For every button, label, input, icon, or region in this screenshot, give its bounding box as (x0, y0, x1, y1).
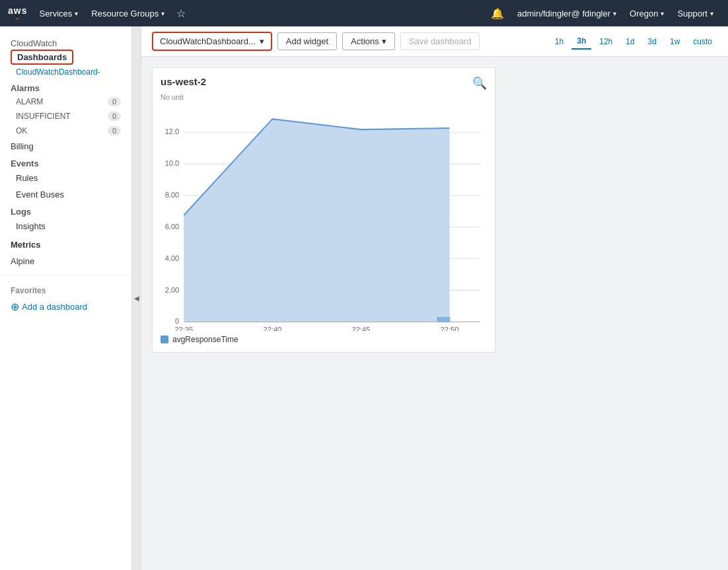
nav-resource-groups[interactable]: Resource Groups ▾ (85, 0, 171, 26)
time-btn-3h[interactable]: 3h (571, 34, 591, 50)
time-btn-1d[interactable]: 1d (620, 34, 639, 49)
aws-smile: ⌣ (15, 15, 20, 21)
sidebar-item-cwdashboard[interactable]: CloudWatchDashboard- (0, 65, 131, 79)
legend-label: avgResponseTime (172, 335, 238, 344)
sidebar: CloudWatch Dashboards CloudWatchDashboar… (0, 26, 132, 570)
top-nav: aws ⌣ Services ▾ Resource Groups ▾ ☆ 🔔 a… (0, 0, 728, 26)
nav-user[interactable]: admin/fdingler@ fdingler ▾ (511, 0, 623, 26)
time-btn-1w[interactable]: 1w (665, 34, 685, 49)
resource-groups-chevron: ▾ (161, 10, 164, 17)
time-btn-12h[interactable]: 12h (594, 34, 618, 49)
sidebar-divider (0, 275, 131, 275)
aws-logo-text: aws (8, 6, 27, 15)
actions-chevron: ▾ (382, 36, 386, 46)
aws-logo[interactable]: aws ⌣ (8, 6, 27, 21)
insufficient-badge: 0 (108, 112, 121, 121)
sidebar-collapse-handle[interactable]: ◀ (132, 26, 141, 570)
dropdown-chevron: ▾ (260, 36, 264, 46)
alarm-badge: 0 (108, 97, 121, 106)
svg-text:6.00: 6.00 (165, 223, 180, 231)
widget-zoom-icon[interactable]: 🔍 (472, 76, 487, 90)
add-dashboard-icon: ⊕ (11, 301, 19, 313)
sidebar-item-ok[interactable]: OK 0 (0, 124, 131, 138)
dashboard-area: us-west-2 🔍 No unit 0 2.00 4.00 6.00 8.0… (141, 57, 728, 570)
time-range-buttons: 1h 3h 12h 1d 3d 1w custo (550, 34, 717, 50)
sidebar-item-rules[interactable]: Rules (0, 170, 131, 186)
widget-title: us-west-2 (161, 76, 206, 87)
nav-region[interactable]: Oregon ▾ (623, 0, 671, 26)
nav-star-icon[interactable]: ☆ (171, 7, 191, 20)
sidebar-add-dashboard[interactable]: ⊕ Add a dashboard (0, 298, 131, 316)
content-area: CloudWatchDashboard... ▾ Add widget Acti… (141, 26, 728, 570)
widget-card: us-west-2 🔍 No unit 0 2.00 4.00 6.00 8.0… (152, 67, 495, 353)
nav-bell-icon[interactable]: 🔔 (484, 7, 511, 20)
svg-text:0: 0 (175, 317, 179, 325)
nav-support[interactable]: Support ▾ (671, 0, 720, 26)
user-chevron: ▾ (613, 10, 616, 17)
nav-services[interactable]: Services ▾ (32, 0, 85, 26)
services-chevron: ▾ (75, 10, 78, 17)
svg-text:22:45: 22:45 (352, 326, 371, 331)
support-chevron: ▾ (710, 10, 713, 17)
time-btn-1h[interactable]: 1h (550, 34, 569, 49)
widget-subtitle: No unit (161, 93, 487, 101)
sidebar-alarms-header: Alarms (0, 79, 131, 94)
dashboard-dropdown-label: CloudWatchDashboard... (160, 36, 256, 46)
actions-button[interactable]: Actions ▾ (342, 32, 395, 50)
sidebar-item-event-buses[interactable]: Event Buses (0, 186, 131, 203)
widget-header: us-west-2 🔍 (161, 76, 487, 90)
svg-text:22:35: 22:35 (174, 326, 193, 331)
svg-text:22:40: 22:40 (264, 326, 282, 331)
sidebar-item-alpine[interactable]: Alpine (0, 253, 131, 269)
sidebar-item-dashboards[interactable]: Dashboards (0, 50, 131, 65)
toolbar: CloudWatchDashboard... ▾ Add widget Acti… (141, 26, 728, 57)
sidebar-events-header: Events (0, 155, 131, 170)
region-chevron: ▾ (661, 10, 664, 17)
sidebar-item-metrics[interactable]: Metrics (0, 234, 131, 253)
chart-svg: 0 2.00 4.00 6.00 8.00 10.0 12.0 (161, 106, 487, 331)
sidebar-cloudwatch-label: CloudWatch (0, 33, 131, 50)
sidebar-favorites-label: Favorites (0, 281, 131, 298)
svg-text:2.00: 2.00 (165, 285, 180, 293)
sidebar-item-alarm[interactable]: ALARM 0 (0, 94, 131, 109)
sidebar-logs-header: Logs (0, 203, 131, 218)
add-widget-button[interactable]: Add widget (277, 32, 337, 50)
legend-dot (161, 336, 168, 343)
chart-area-fill (184, 119, 449, 322)
sidebar-item-billing[interactable]: Billing (0, 138, 131, 155)
chart-container: 0 2.00 4.00 6.00 8.00 10.0 12.0 (161, 106, 487, 331)
svg-text:22:50: 22:50 (441, 326, 459, 331)
svg-text:12.0: 12.0 (165, 127, 180, 135)
time-btn-3d[interactable]: 3d (643, 34, 662, 49)
sidebar-item-insights[interactable]: Insights (0, 218, 131, 234)
time-btn-custom[interactable]: custo (688, 34, 717, 49)
save-dashboard-button[interactable]: Save dashboard (400, 32, 480, 50)
chart-legend: avgResponseTime (161, 335, 487, 344)
dashboard-dropdown[interactable]: CloudWatchDashboard... ▾ (152, 32, 272, 51)
svg-text:4.00: 4.00 (165, 254, 180, 262)
svg-text:8.00: 8.00 (165, 191, 180, 199)
svg-text:10.0: 10.0 (165, 159, 180, 167)
sidebar-item-insufficient[interactable]: INSUFFICIENT 0 (0, 109, 131, 124)
ok-badge: 0 (108, 126, 121, 135)
sidebar-dashboards-box[interactable]: Dashboards (11, 50, 73, 65)
